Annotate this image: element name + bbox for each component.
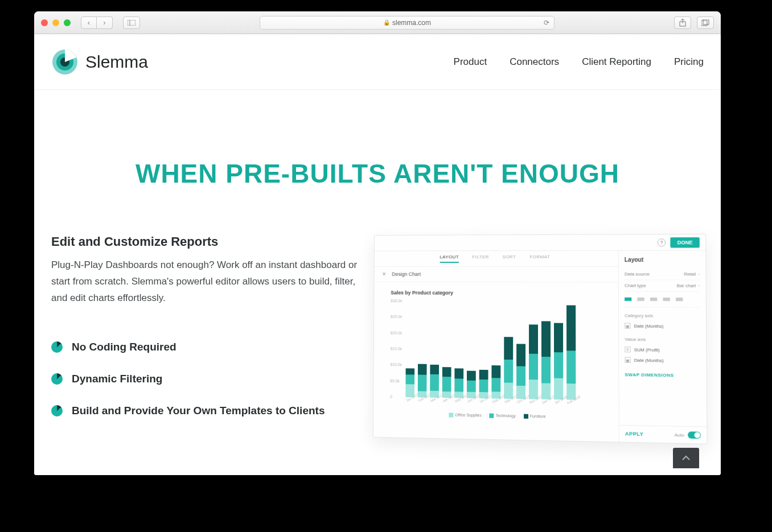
chart-area: Sales by Product category $30.0k$25.0k$2… bbox=[373, 282, 619, 424]
bullet-text: No Coding Required bbox=[72, 341, 176, 353]
url-domain: slemma.com bbox=[392, 19, 431, 27]
chevron-right-icon: › bbox=[698, 271, 700, 277]
reload-button[interactable]: ⟳ bbox=[544, 19, 549, 27]
layout-heading: Layout bbox=[625, 257, 700, 263]
calendar-icon: ▦ bbox=[625, 323, 630, 328]
editor-screenshot: ? DONE LAYOUT FILTER SORT FORMAT bbox=[373, 234, 708, 444]
bar bbox=[442, 302, 451, 398]
tab-layout[interactable]: LAYOUT bbox=[440, 254, 459, 263]
bar bbox=[467, 302, 476, 398]
sigma-icon: Σ bbox=[625, 347, 630, 352]
bullet-icon bbox=[51, 341, 63, 353]
section-title: Edit and Customize Reports bbox=[51, 234, 359, 249]
sidebar-icon bbox=[128, 20, 135, 26]
chart-type-icon[interactable] bbox=[676, 295, 683, 301]
editor-tabs: LAYOUT FILTER SORT FORMAT bbox=[375, 251, 618, 267]
site-header: Slemma Product Connectors Client Reporti… bbox=[34, 34, 721, 90]
done-button[interactable]: DONE bbox=[670, 237, 700, 248]
nav-connectors[interactable]: Connectors bbox=[510, 56, 559, 68]
tab-format[interactable]: FORMAT bbox=[529, 254, 550, 263]
auto-label: Auto bbox=[675, 432, 684, 438]
chart-plot: $30.0k$25.0k$20.0k$15.0k$10.0k$5.0k0 bbox=[390, 301, 607, 400]
back-button[interactable]: ‹ bbox=[81, 17, 97, 29]
category-field[interactable]: ▦Date (Months) bbox=[625, 320, 700, 331]
brand-logo[interactable]: Slemma bbox=[51, 48, 148, 76]
scroll-to-top-button[interactable] bbox=[673, 448, 699, 468]
apply-button[interactable]: APPLY bbox=[625, 431, 644, 437]
layout-panel: Layout Data source Retail› Chart type Ba… bbox=[618, 250, 707, 443]
category-axis-label: Category axis bbox=[625, 313, 700, 319]
data-source-row[interactable]: Data source Retail› bbox=[625, 269, 700, 280]
bar bbox=[504, 302, 513, 399]
section-body: Plug-N-Play Dashboards not enough? Work … bbox=[51, 257, 359, 307]
tabs-icon bbox=[701, 19, 709, 26]
zoom-window-button[interactable] bbox=[64, 19, 71, 26]
bar bbox=[541, 302, 551, 399]
share-icon bbox=[679, 19, 686, 27]
tabs-button[interactable] bbox=[697, 17, 714, 29]
swap-dimensions-button[interactable]: SWAP DIMENSIONS bbox=[625, 372, 701, 378]
nav-product[interactable]: Product bbox=[454, 56, 487, 68]
chart-type-icon[interactable] bbox=[625, 295, 631, 301]
minimize-window-button[interactable] bbox=[52, 19, 59, 26]
sidebar-toggle-button[interactable] bbox=[123, 17, 140, 29]
bullet-icon bbox=[51, 405, 63, 416]
chevron-up-icon bbox=[681, 455, 691, 461]
bar bbox=[491, 302, 500, 399]
safari-window: ‹ › 🔒 slemma.com ⟳ + bbox=[34, 11, 721, 475]
logo-mark-icon bbox=[51, 48, 79, 76]
chart-type-row[interactable]: Chart type Bar chart› bbox=[625, 280, 700, 292]
titlebar: ‹ › 🔒 slemma.com ⟳ bbox=[34, 11, 721, 34]
nav-pricing[interactable]: Pricing bbox=[674, 56, 704, 68]
tab-filter[interactable]: FILTER bbox=[472, 254, 488, 263]
bullet-item: No Coding Required bbox=[51, 341, 359, 353]
bar bbox=[554, 302, 563, 399]
forward-button[interactable]: › bbox=[97, 17, 113, 29]
nav-buttons: ‹ › bbox=[81, 17, 113, 29]
auto-toggle[interactable] bbox=[688, 431, 701, 439]
bar bbox=[454, 302, 463, 398]
chevron-right-icon: › bbox=[698, 283, 700, 288]
close-window-button[interactable] bbox=[41, 19, 48, 26]
tab-sort[interactable]: SORT bbox=[503, 254, 516, 263]
bullet-text: Build and Provide Your Own Templates to … bbox=[72, 405, 325, 417]
main-nav: Product Connectors Client Reporting Pric… bbox=[454, 56, 704, 68]
bar bbox=[430, 301, 439, 398]
value-field[interactable]: ▦Date (Months) bbox=[625, 354, 700, 366]
chart-type-icon[interactable] bbox=[637, 295, 644, 301]
chart-type-icon[interactable] bbox=[663, 295, 670, 301]
brand-name: Slemma bbox=[85, 52, 148, 72]
svg-rect-0 bbox=[128, 20, 135, 26]
bar bbox=[405, 301, 414, 397]
chart-title: Sales by Product category bbox=[391, 290, 606, 296]
bullet-text: Dynamic Filtering bbox=[72, 373, 162, 385]
value-axis-label: Value axis bbox=[625, 337, 700, 343]
bar bbox=[529, 302, 538, 399]
bullet-item: Dynamic Filtering bbox=[51, 373, 359, 385]
lock-icon: 🔒 bbox=[383, 19, 390, 26]
calendar-icon: ▦ bbox=[625, 357, 630, 362]
svg-rect-4 bbox=[701, 20, 707, 26]
nav-client-reporting[interactable]: Client Reporting bbox=[582, 56, 651, 68]
chart-type-icon[interactable] bbox=[650, 295, 657, 301]
help-icon[interactable]: ? bbox=[658, 238, 666, 246]
share-button[interactable] bbox=[674, 17, 691, 29]
close-icon[interactable]: ✕ bbox=[382, 271, 387, 277]
bar bbox=[418, 301, 427, 397]
bar bbox=[566, 302, 576, 399]
svg-rect-5 bbox=[703, 19, 709, 24]
bar bbox=[479, 302, 488, 399]
page-content: Slemma Product Connectors Client Reporti… bbox=[34, 34, 721, 475]
chart-legend: Office SuppliesTechnologyFurniture bbox=[390, 412, 607, 420]
bullet-item: Build and Provide Your Own Templates to … bbox=[51, 405, 359, 417]
editor-panel-title: Design Chart bbox=[392, 271, 421, 277]
bullet-icon bbox=[51, 373, 63, 385]
window-controls bbox=[41, 19, 71, 26]
address-bar[interactable]: 🔒 slemma.com ⟳ bbox=[260, 16, 555, 30]
value-field[interactable]: ΣSUM (Profit) bbox=[625, 344, 700, 356]
chart-type-icons bbox=[625, 292, 700, 308]
hero-title: WHEN PRE-BUILTS AREN'T ENOUGH bbox=[34, 158, 721, 189]
bar bbox=[516, 302, 525, 399]
